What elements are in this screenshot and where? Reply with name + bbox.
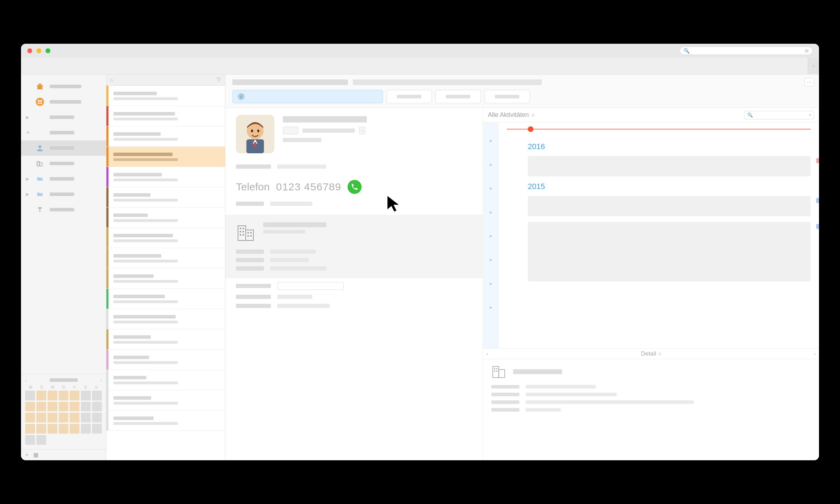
list-item[interactable] [106, 309, 225, 329]
list-item[interactable] [106, 86, 225, 106]
color-stripe [106, 309, 108, 329]
field-value [277, 164, 326, 169]
sort-toggle[interactable]: ◇ [110, 78, 113, 83]
timeline-body: 2016 2015 [498, 122, 819, 348]
activity-filter-dropdown[interactable]: Alle Aktivitäten ◇ [488, 111, 534, 119]
svg-rect-31 [499, 370, 505, 378]
field-label [236, 284, 271, 288]
close-window-button[interactable] [27, 48, 32, 53]
list-item[interactable] [106, 248, 225, 268]
list-item-subtitle [113, 341, 178, 344]
chevron-right-icon[interactable]: › [359, 127, 365, 134]
svg-rect-29 [250, 235, 252, 237]
list-item[interactable] [106, 167, 225, 187]
more-menu-button[interactable]: ⋯ [804, 78, 814, 86]
calendar-prev-button[interactable]: ‹ [25, 378, 27, 383]
minimize-window-button[interactable] [36, 48, 41, 53]
calendar-grid[interactable] [25, 391, 102, 445]
search-input[interactable]: 🔍 ⊗ [680, 47, 813, 55]
chevron-right-icon: ▶ [26, 115, 30, 120]
tab-item[interactable] [435, 90, 481, 103]
calendar-dow-row: M D M D F S S [25, 385, 102, 389]
list-item-title [113, 376, 146, 379]
svg-rect-21 [243, 228, 244, 229]
call-button[interactable] [348, 180, 362, 194]
building-icon [236, 222, 256, 243]
field-value [526, 408, 561, 412]
nav-expanded[interactable]: ▼ [21, 125, 106, 140]
list-item[interactable] [106, 268, 225, 289]
svg-rect-20 [240, 228, 241, 229]
nav-label [50, 192, 74, 196]
list-item-title [113, 234, 173, 237]
list-item[interactable] [106, 350, 225, 370]
detail-panel-header: ‹ Detail ◇ › [483, 349, 819, 359]
color-stripe [106, 289, 108, 309]
list-item[interactable] [106, 289, 225, 309]
svg-rect-0 [39, 87, 40, 89]
nav-collapsed-1[interactable]: ▶ [21, 110, 106, 125]
next-button[interactable]: › [814, 351, 816, 356]
tab-item[interactable] [484, 90, 530, 103]
activity-card[interactable] [528, 156, 811, 176]
color-stripe [106, 126, 108, 146]
list-item[interactable] [106, 370, 225, 390]
nav-label [50, 100, 81, 104]
nav-groups[interactable] [21, 94, 106, 110]
maximize-window-button[interactable] [46, 48, 50, 53]
grid-view-button[interactable]: ▦ [33, 451, 38, 458]
clear-search-icon[interactable]: ⊗ [805, 48, 809, 54]
activity-card[interactable] [528, 196, 811, 216]
dow: M [47, 385, 58, 389]
list-item-subtitle [113, 300, 178, 303]
year-label: 2016 [528, 142, 811, 151]
nav-companies[interactable] [21, 156, 106, 171]
nav-tools[interactable] [21, 202, 106, 217]
list-item[interactable] [106, 228, 225, 248]
nav-people[interactable] [21, 140, 106, 156]
dow: D [36, 385, 47, 389]
dow: S [80, 385, 91, 389]
list-item-subtitle [113, 321, 178, 323]
add-tab-button[interactable]: + [808, 58, 819, 75]
color-stripe [106, 228, 108, 248]
chevron-down-icon: ▼ [26, 130, 30, 135]
list-item[interactable] [106, 147, 225, 167]
svg-rect-32 [494, 368, 495, 369]
list-item[interactable] [106, 126, 225, 147]
color-stripe [106, 411, 108, 430]
nav-folder-1[interactable]: ▶ [21, 171, 106, 187]
filter-icon[interactable] [216, 77, 222, 83]
timeline-rail [483, 122, 498, 348]
list-item[interactable] [106, 208, 225, 228]
svg-rect-26 [247, 232, 249, 233]
list-item[interactable] [106, 390, 225, 411]
list-item-subtitle [113, 219, 178, 222]
list-item[interactable] [106, 187, 225, 208]
tab-info[interactable]: i [232, 90, 383, 103]
app-window: 🔍 ⊗ + [21, 44, 819, 460]
add-button[interactable]: + [25, 452, 28, 458]
nav-home[interactable] [21, 79, 106, 94]
nav-folder-2[interactable]: ▶ [21, 187, 106, 202]
tab-item[interactable] [386, 90, 432, 103]
nav-label [50, 85, 81, 88]
calendar-next-button[interactable]: › [100, 378, 102, 383]
list-header: ◇ [106, 75, 225, 86]
info-icon: i [238, 93, 245, 100]
activity-search[interactable]: 🔍 ▾ [744, 111, 814, 119]
prev-button[interactable]: ‹ [486, 351, 488, 356]
field-value [526, 393, 617, 396]
svg-rect-18 [238, 226, 246, 240]
field-label [236, 304, 271, 308]
list-item[interactable] [106, 411, 225, 431]
list-item[interactable] [106, 106, 225, 126]
activity-card[interactable] [528, 222, 811, 281]
color-stripe [106, 167, 108, 187]
mini-calendar[interactable]: ‹ › M D M D F S S [21, 374, 106, 449]
now-marker [507, 129, 811, 130]
company-block [225, 215, 483, 278]
list-item[interactable] [106, 329, 225, 350]
list-item-title [113, 396, 151, 400]
text-input[interactable] [277, 282, 344, 290]
